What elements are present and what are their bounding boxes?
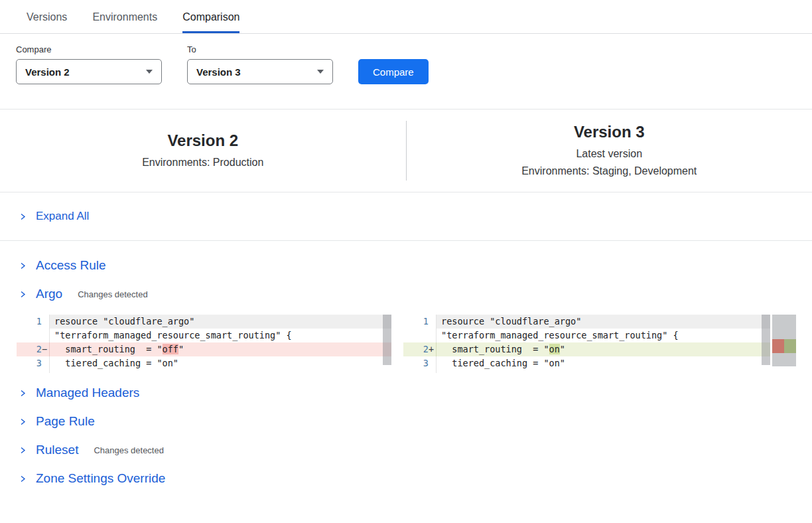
compare-button[interactable]: Compare bbox=[358, 59, 429, 84]
compare-version-value: Version 2 bbox=[25, 66, 70, 78]
to-version-value: Version 3 bbox=[196, 66, 241, 78]
section-label: Zone Settings Override bbox=[36, 471, 165, 486]
diff-pane-left: 1resource "cloudflare_argo" "terraform_m… bbox=[17, 315, 391, 373]
chevron-right-icon bbox=[19, 475, 27, 483]
line-number bbox=[17, 370, 42, 373]
chevron-right-icon bbox=[19, 446, 27, 455]
right-version-environments: Environments: Staging, Development bbox=[407, 163, 812, 179]
chevron-down-icon bbox=[317, 70, 324, 74]
to-version-select[interactable]: Version 3 bbox=[187, 59, 333, 84]
changes-detected-badge: Changes detected bbox=[94, 445, 164, 455]
deletion-marker: − bbox=[42, 342, 49, 356]
section-ruleset[interactable]: Ruleset Changes detected bbox=[19, 443, 812, 457]
chevron-right-icon bbox=[19, 417, 27, 426]
left-version-title: Version 2 bbox=[0, 131, 406, 151]
tab-environments[interactable]: Environments bbox=[92, 11, 157, 33]
compare-field: Compare Version 2 bbox=[16, 44, 162, 84]
version-headers: Version 2 Environments: Production Versi… bbox=[0, 110, 812, 192]
code-line-added: 2+ smart_routing = "on" bbox=[403, 342, 770, 356]
chevron-down-icon bbox=[146, 70, 153, 74]
diff-pane-right: 1resource "cloudflare_argo" "terraform_m… bbox=[403, 315, 770, 373]
code-text: "terraform_managed_resource_smart_routin… bbox=[49, 329, 391, 342]
compare-form: Compare Version 2 To Version 3 Compare bbox=[16, 44, 796, 84]
added-word-highlight: on bbox=[549, 344, 560, 354]
line-number: 3 bbox=[403, 356, 429, 370]
line-marker bbox=[429, 370, 436, 373]
line-marker bbox=[42, 315, 49, 329]
tab-versions[interactable]: Versions bbox=[27, 11, 67, 33]
version-header-right: Version 3 Latest version Environments: S… bbox=[407, 122, 812, 179]
line-number: 2 bbox=[403, 342, 429, 356]
code-text: tiered_caching = "on" bbox=[49, 356, 391, 370]
added-change-indicator bbox=[784, 339, 796, 353]
code-text: "terraform_managed_resource_smart_routin… bbox=[436, 329, 770, 342]
code-line-clipped: } bbox=[17, 370, 391, 373]
line-number bbox=[17, 329, 42, 342]
code-text: smart_routing = "off" bbox=[49, 342, 391, 356]
section-access-rule[interactable]: Access Rule bbox=[19, 258, 812, 273]
scrollbar-thumb[interactable] bbox=[762, 315, 770, 365]
expand-all-label: Expand All bbox=[36, 210, 89, 223]
section-page-rule[interactable]: Page Rule bbox=[19, 414, 812, 429]
code-text: resource "cloudflare_argo" bbox=[436, 315, 770, 329]
code-text: smart_routing = "on" bbox=[436, 342, 770, 356]
code-line: 3 tiered_caching = "on" bbox=[403, 356, 770, 370]
line-number: 3 bbox=[17, 356, 42, 370]
right-version-subtitle: Latest version bbox=[407, 146, 812, 162]
code-line: 1resource "cloudflare_argo" bbox=[403, 315, 770, 329]
compare-version-select[interactable]: Version 2 bbox=[16, 59, 162, 84]
code-line-deleted: 2− smart_routing = "off" bbox=[17, 342, 391, 356]
line-number bbox=[403, 329, 429, 342]
line-number: 1 bbox=[403, 315, 429, 329]
line-marker bbox=[429, 356, 436, 370]
section-argo[interactable]: Argo Changes detected bbox=[19, 287, 812, 301]
to-field: To Version 3 bbox=[187, 44, 333, 84]
line-number bbox=[403, 370, 429, 373]
code-line: 1resource "cloudflare_argo" bbox=[17, 315, 391, 329]
line-marker bbox=[429, 329, 436, 342]
chevron-right-icon bbox=[19, 389, 27, 398]
right-version-title: Version 3 bbox=[407, 122, 812, 142]
code-line-wrap: "terraform_managed_resource_smart_routin… bbox=[17, 329, 391, 342]
scrollbar-thumb[interactable] bbox=[383, 315, 391, 365]
line-marker bbox=[42, 370, 49, 373]
to-field-label: To bbox=[187, 44, 333, 54]
section-label: Argo bbox=[36, 287, 62, 301]
tab-comparison[interactable]: Comparison bbox=[182, 11, 239, 33]
section-label: Managed Headers bbox=[36, 386, 139, 400]
diff-change-marker bbox=[772, 339, 796, 353]
section-label: Page Rule bbox=[36, 414, 95, 429]
version-header-left: Version 2 Environments: Production bbox=[0, 131, 406, 171]
line-marker bbox=[42, 356, 49, 370]
chevron-right-icon bbox=[19, 262, 27, 270]
code-line: 3 tiered_caching = "on" bbox=[17, 356, 391, 370]
code-text: } bbox=[436, 370, 770, 373]
expand-all-row[interactable]: Expand All bbox=[0, 192, 812, 240]
compare-field-label: Compare bbox=[16, 44, 162, 54]
changes-detected-badge: Changes detected bbox=[78, 289, 148, 299]
left-version-environments: Environments: Production bbox=[0, 155, 406, 171]
line-marker bbox=[42, 329, 49, 342]
tab-bar: Versions Environments Comparison bbox=[0, 0, 812, 34]
divider bbox=[0, 240, 812, 241]
code-text: tiered_caching = "on" bbox=[436, 356, 770, 370]
line-number: 1 bbox=[17, 315, 42, 329]
code-line-wrap: "terraform_managed_resource_smart_routin… bbox=[403, 329, 770, 342]
section-label: Access Rule bbox=[36, 258, 106, 273]
argo-diff: 1resource "cloudflare_argo" "terraform_m… bbox=[17, 315, 812, 373]
addition-marker: + bbox=[429, 342, 436, 356]
section-managed-headers[interactable]: Managed Headers bbox=[19, 386, 812, 400]
section-label: Ruleset bbox=[36, 443, 78, 457]
line-marker bbox=[429, 315, 436, 329]
diff-overview-ruler bbox=[772, 315, 796, 366]
chevron-right-icon bbox=[19, 290, 27, 299]
code-line-clipped: } bbox=[403, 370, 770, 373]
line-number: 2 bbox=[17, 342, 42, 356]
chevron-right-icon bbox=[19, 212, 27, 221]
code-text: } bbox=[49, 370, 391, 373]
deleted-word-highlight: off bbox=[163, 344, 178, 354]
deleted-change-indicator bbox=[772, 339, 784, 353]
section-zone-settings-override[interactable]: Zone Settings Override bbox=[19, 471, 812, 486]
code-text: resource "cloudflare_argo" bbox=[49, 315, 391, 329]
